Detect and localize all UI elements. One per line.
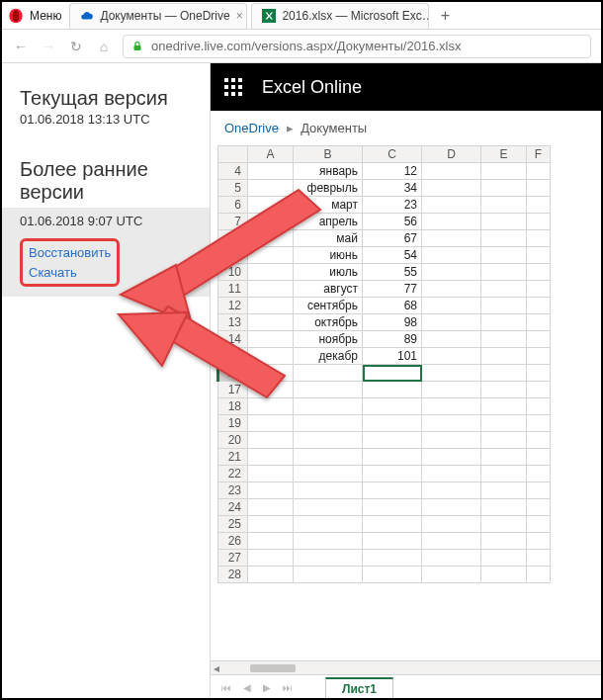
cell[interactable]	[481, 550, 527, 567]
row-header[interactable]: 9	[218, 247, 248, 264]
cell[interactable]	[481, 533, 527, 550]
cell[interactable]	[422, 482, 481, 499]
cell[interactable]	[481, 567, 527, 583]
cell[interactable]	[422, 533, 481, 550]
row-header[interactable]: 15	[218, 348, 248, 365]
cell[interactable]	[527, 567, 551, 583]
cell[interactable]	[422, 264, 481, 281]
cell[interactable]: 89	[363, 331, 422, 348]
back-button[interactable]: ←	[12, 39, 30, 54]
cell[interactable]	[248, 230, 294, 247]
cell[interactable]	[422, 516, 481, 533]
cell[interactable]	[422, 163, 481, 180]
cell[interactable]	[481, 230, 527, 247]
home-button[interactable]: ⌂	[95, 39, 113, 54]
cell[interactable]	[248, 516, 294, 533]
row-header[interactable]: 5	[218, 180, 248, 197]
row-header[interactable]: 20	[218, 432, 248, 449]
row-header[interactable]: 7	[218, 214, 248, 230]
cell[interactable]	[294, 567, 363, 583]
cell[interactable]	[422, 567, 481, 583]
cell[interactable]	[481, 449, 527, 466]
cell[interactable]	[527, 230, 551, 247]
sheet-nav-prev-icon[interactable]: ◀	[240, 682, 254, 693]
cell[interactable]	[527, 264, 551, 281]
cell[interactable]: 34	[363, 180, 422, 197]
cell[interactable]	[294, 550, 363, 567]
cell[interactable]	[527, 247, 551, 264]
cell[interactable]	[248, 415, 294, 432]
cell[interactable]: июнь	[294, 247, 363, 264]
cell[interactable]	[422, 449, 481, 466]
cell[interactable]	[481, 348, 527, 365]
cell[interactable]: апрель	[294, 214, 363, 230]
cell[interactable]	[527, 365, 551, 382]
cell[interactable]	[363, 415, 422, 432]
close-icon[interactable]: ×	[236, 9, 243, 23]
row-header[interactable]: 24	[218, 499, 248, 516]
cell[interactable]	[527, 197, 551, 214]
cell[interactable]	[422, 348, 481, 365]
col-header[interactable]: F	[527, 146, 551, 163]
cell[interactable]: июль	[294, 264, 363, 281]
cell[interactable]: 67	[363, 230, 422, 247]
cell[interactable]	[248, 348, 294, 365]
cell[interactable]	[422, 314, 481, 331]
cell[interactable]	[422, 499, 481, 516]
cell[interactable]	[527, 533, 551, 550]
row-header[interactable]: 14	[218, 331, 248, 348]
cell[interactable]	[527, 482, 551, 499]
cell[interactable]	[248, 163, 294, 180]
row-header[interactable]: 8	[218, 230, 248, 247]
download-link[interactable]: Скачать	[29, 263, 111, 283]
cell[interactable]	[527, 466, 551, 482]
cell[interactable]	[527, 499, 551, 516]
cell[interactable]	[481, 365, 527, 382]
cell[interactable]	[294, 516, 363, 533]
cell[interactable]: 55	[363, 264, 422, 281]
cell[interactable]	[363, 382, 422, 398]
cell[interactable]	[527, 163, 551, 180]
cell[interactable]	[481, 214, 527, 230]
cell[interactable]	[248, 247, 294, 264]
cell[interactable]	[294, 432, 363, 449]
cell[interactable]	[422, 180, 481, 197]
cell[interactable]	[363, 567, 422, 583]
cell[interactable]	[363, 533, 422, 550]
cell[interactable]	[294, 499, 363, 516]
menu-button[interactable]: Меню	[30, 9, 61, 23]
cell[interactable]	[527, 281, 551, 298]
cell[interactable]	[248, 314, 294, 331]
col-header[interactable]: B	[294, 146, 363, 163]
cell[interactable]	[248, 298, 294, 314]
sheet-tab[interactable]: Лист1	[325, 677, 393, 699]
cell[interactable]	[294, 365, 363, 382]
cell[interactable]	[481, 247, 527, 264]
crumb-root[interactable]: OneDrive	[224, 121, 279, 135]
row-header[interactable]: 23	[218, 482, 248, 499]
app-launcher-icon[interactable]	[224, 78, 242, 96]
cell[interactable]: май	[294, 230, 363, 247]
row-header[interactable]: 12	[218, 298, 248, 314]
cell[interactable]	[248, 533, 294, 550]
cell[interactable]	[363, 482, 422, 499]
cell[interactable]	[527, 415, 551, 432]
cell[interactable]: феврыль	[294, 180, 363, 197]
cell[interactable]	[422, 331, 481, 348]
cell[interactable]	[422, 432, 481, 449]
cell[interactable]	[363, 398, 422, 415]
row-header[interactable]: 13	[218, 314, 248, 331]
cell[interactable]	[248, 365, 294, 382]
cell[interactable]	[248, 197, 294, 214]
cell[interactable]	[481, 382, 527, 398]
sheet-nav-last-icon[interactable]: ⏭	[280, 682, 296, 693]
row-header[interactable]: 16	[218, 365, 248, 382]
new-tab-button[interactable]: +	[433, 7, 457, 25]
cell[interactable]: 98	[363, 314, 422, 331]
cell[interactable]	[481, 516, 527, 533]
cell[interactable]	[294, 466, 363, 482]
cell[interactable]	[248, 398, 294, 415]
cell[interactable]	[363, 365, 422, 382]
cell[interactable]	[422, 415, 481, 432]
sheet-nav-next-icon[interactable]: ▶	[260, 682, 274, 693]
